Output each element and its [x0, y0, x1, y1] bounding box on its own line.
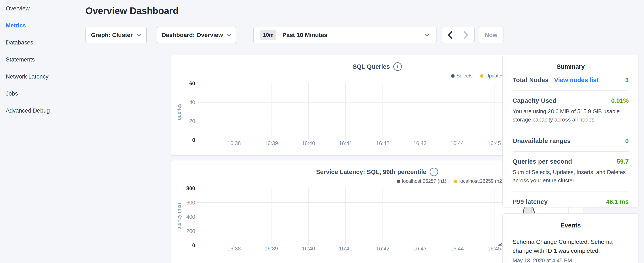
chevron-down-icon [227, 34, 231, 37]
svg-text:16:42: 16:42 [376, 245, 390, 251]
summary-row-total-nodes: Total Nodes View nodes list 3 [512, 70, 629, 91]
capacity-used-description: You are using 28.6 MiB of 515.9 GiB usab… [512, 107, 629, 124]
legend-item-updates[interactable]: Updates [480, 73, 504, 79]
svg-text:20: 20 [189, 118, 195, 124]
chart-title: SQL Queries [352, 63, 390, 70]
unavailable-ranges-value: 0 [625, 137, 629, 144]
events-panel: Events Schema Change Completed: Schema c… [502, 213, 639, 263]
chevron-left-icon [447, 31, 453, 39]
p99-latency-label: P99 latency [512, 198, 548, 205]
summary-row-qps: Queries per second 59.7 Sum of Selects, … [512, 152, 629, 192]
summary-panel: Summary Total Nodes View nodes list 3 Ca… [502, 55, 639, 207]
svg-text:16:40: 16:40 [302, 140, 315, 146]
next-time-button[interactable] [458, 27, 474, 43]
svg-text:16:39: 16:39 [265, 140, 278, 146]
svg-text:60: 60 [189, 80, 195, 86]
chevron-down-icon [136, 34, 141, 37]
chevron-down-icon [425, 34, 430, 37]
dashboard-dropdown[interactable]: Dashboard: Overview [157, 27, 236, 43]
qps-value: 59.7 [617, 158, 629, 165]
time-range-badge: 10m [260, 30, 276, 40]
legend-item-n2[interactable]: localhost:26259 (n2) [454, 178, 504, 184]
prev-time-button[interactable] [442, 27, 458, 43]
time-step-buttons [442, 27, 474, 43]
total-nodes-value: 3 [625, 77, 629, 84]
capacity-used-label: Capacity Used [512, 97, 556, 104]
sidebar-item-overview[interactable]: Overview [0, 0, 85, 17]
toolbar-divider [247, 28, 247, 42]
toolbar: Graph: Cluster Dashboard: Overview 10m P… [86, 27, 511, 43]
svg-text:16:38: 16:38 [228, 140, 241, 146]
svg-text:400: 400 [186, 214, 195, 220]
sidebar-item-jobs[interactable]: Jobs [0, 85, 85, 102]
sidebar-item-advanced-debug[interactable]: Advanced Debug [0, 102, 85, 119]
svg-text:16:38: 16:38 [228, 245, 241, 251]
legend-dot [454, 180, 457, 183]
time-range-label: Past 10 Minutes [282, 32, 425, 39]
svg-text:16:39: 16:39 [265, 245, 278, 251]
summary-row-p99: P99 latency 46.1 ms [512, 192, 629, 212]
chart-title: Service Latency: SQL, 99th percentile [316, 168, 426, 176]
summary-title: Summary [512, 63, 629, 70]
svg-text:16:44: 16:44 [450, 140, 464, 146]
now-button[interactable]: Now [478, 27, 504, 43]
svg-text:16:40: 16:40 [302, 245, 315, 251]
view-nodes-list-link[interactable]: View nodes list [554, 77, 598, 84]
svg-text:16:43: 16:43 [413, 140, 427, 146]
svg-text:200: 200 [186, 228, 195, 234]
page-title: Overview Dashboard [86, 6, 178, 16]
event-message[interactable]: Schema Change Completed: Schema change w… [512, 237, 629, 255]
qps-description: Sum of Selects, Updates, Inserts, and De… [512, 168, 629, 185]
capacity-used-value: 0.01% [611, 97, 629, 104]
app-root: Overview Metrics Databases Statements Ne… [0, 0, 644, 263]
total-nodes-label: Total Nodes [512, 77, 548, 84]
legend-item-selects[interactable]: Selects [451, 73, 472, 79]
p99-latency-value: 46.1 ms [606, 198, 629, 205]
sidebar-item-statements[interactable]: Statements [0, 51, 85, 68]
legend-dot [397, 180, 400, 183]
svg-text:latency (ms): latency (ms) [176, 203, 182, 231]
svg-text:0: 0 [192, 137, 195, 143]
svg-text:0: 0 [192, 242, 195, 248]
events-title: Events [512, 222, 629, 229]
chevron-right-icon [464, 31, 469, 39]
svg-text:40: 40 [189, 99, 195, 105]
info-icon[interactable]: i [430, 168, 438, 176]
sidebar-item-metrics[interactable]: Metrics [0, 17, 85, 34]
svg-text:16:41: 16:41 [339, 140, 352, 146]
svg-text:16:43: 16:43 [413, 245, 427, 251]
legend-dot [480, 74, 484, 78]
info-icon[interactable]: i [393, 62, 402, 71]
sidebar: Overview Metrics Databases Statements Ne… [0, 0, 85, 263]
event-timestamp: May 13, 2020 at 4:45 PM [512, 257, 629, 263]
sidebar-item-databases[interactable]: Databases [0, 34, 85, 51]
graph-dropdown-label: Graph: Cluster [91, 32, 133, 39]
graph-dropdown[interactable]: Graph: Cluster [86, 27, 147, 43]
svg-text:16:45: 16:45 [488, 140, 501, 146]
svg-text:16:41: 16:41 [339, 245, 352, 251]
svg-text:queries: queries [176, 103, 182, 120]
summary-row-unavailable-ranges: Unavailable ranges 0 [512, 131, 629, 152]
svg-text:16:42: 16:42 [376, 140, 390, 146]
time-range-selector[interactable]: 10m Past 10 Minutes [254, 27, 436, 43]
svg-text:16:45: 16:45 [488, 245, 501, 251]
legend-item-n1[interactable]: localhost:26257 (n1) [397, 178, 446, 184]
sidebar-item-network-latency[interactable]: Network Latency [0, 68, 85, 85]
svg-text:16:44: 16:44 [450, 245, 464, 251]
summary-row-capacity: Capacity Used 0.01% You are using 28.6 M… [512, 91, 629, 131]
qps-label: Queries per second [512, 158, 572, 165]
svg-text:800: 800 [186, 185, 195, 191]
svg-text:600: 600 [186, 200, 195, 205]
unavailable-ranges-label: Unavailable ranges [512, 137, 571, 144]
legend-dot [451, 74, 454, 78]
dashboard-dropdown-label: Dashboard: Overview [162, 32, 223, 39]
